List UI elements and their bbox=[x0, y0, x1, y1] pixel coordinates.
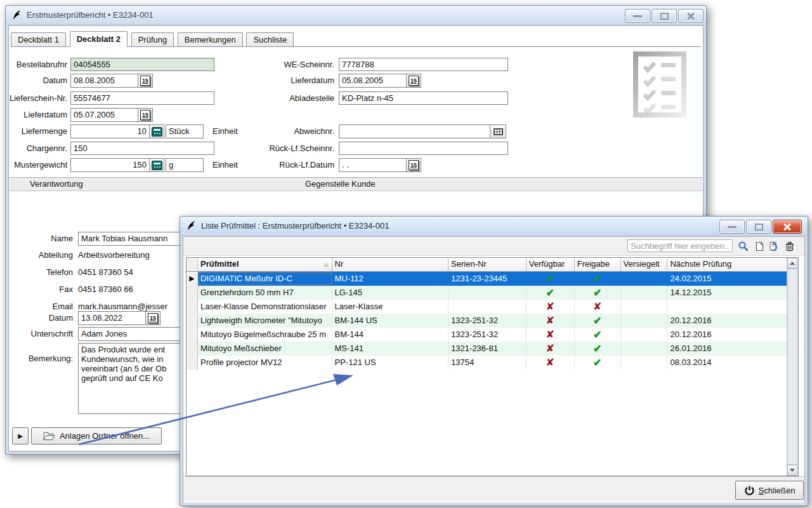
cell-freigabe[interactable]: ✔ bbox=[575, 272, 621, 286]
calendar-button[interactable]: 15 bbox=[406, 74, 421, 87]
column-header-6[interactable]: Versiegelt bbox=[621, 258, 668, 272]
cell-naechste-pruefung[interactable]: 20.12.2016 bbox=[667, 328, 787, 342]
cell-nr[interactable]: PP-121 US bbox=[332, 356, 449, 370]
tab-suchliste[interactable]: Suchliste bbox=[246, 32, 294, 46]
cell-pruefmittel[interactable]: Profile projector MV12 bbox=[198, 356, 332, 370]
tab-deckblatt-1[interactable]: Deckblatt 1 bbox=[11, 32, 66, 46]
lieferdatum-field[interactable]: 05.07.2005 15 bbox=[70, 108, 153, 122]
cell-pruefmittel[interactable]: Grenzlehrdorn 50 mm H7 bbox=[198, 286, 332, 300]
row-selector[interactable] bbox=[187, 342, 198, 356]
table-row[interactable]: Lightweigth Micrometer "MitutoyoBM-144 U… bbox=[187, 314, 787, 328]
abweichnr-field[interactable] bbox=[339, 124, 506, 138]
cell-nr[interactable]: BM-144 US bbox=[332, 314, 449, 328]
reload-list-icon[interactable] bbox=[767, 240, 780, 252]
tab-bemerkungen[interactable]: Bemerkungen bbox=[178, 32, 243, 46]
cell-versiegelt[interactable] bbox=[621, 342, 668, 356]
calculator-button[interactable] bbox=[149, 125, 164, 138]
cell-verfuegbar[interactable]: ✔ bbox=[527, 286, 575, 300]
minimize-button[interactable] bbox=[719, 220, 745, 234]
datum-field[interactable]: 08.08.2005 15 bbox=[70, 74, 153, 88]
table-row[interactable]: Mitutoyo MeßschieberMS-1411321-236-81✘✔2… bbox=[187, 342, 787, 356]
cell-freigabe[interactable]: ✔ bbox=[575, 356, 621, 370]
abladestelle-field[interactable]: KD-Platz n-45 bbox=[339, 91, 508, 105]
cell-versiegelt[interactable] bbox=[621, 286, 668, 300]
rueck-lf-scheinnr-field[interactable] bbox=[339, 142, 508, 155]
liefermenge-unit-field[interactable]: Stück bbox=[166, 124, 204, 138]
cell-naechste-pruefung[interactable]: 26.01.2016 bbox=[667, 342, 787, 356]
cell-pruefmittel[interactable]: Laser-Klasse Demonstrationslaser bbox=[198, 300, 332, 314]
column-header-7[interactable]: Nächste Prüfung bbox=[667, 258, 787, 272]
mustergewicht-unit-field[interactable]: g bbox=[166, 158, 204, 172]
cell-serien-nr[interactable]: 1323-251-32 bbox=[449, 314, 527, 328]
cell-serien-nr[interactable] bbox=[449, 300, 527, 314]
schliessen-button[interactable]: Schließen bbox=[735, 481, 804, 500]
cell-verfuegbar[interactable]: ✘ bbox=[527, 356, 575, 370]
cell-serien-nr[interactable]: 1323-251-32 bbox=[449, 328, 527, 342]
row-selector[interactable] bbox=[187, 300, 198, 314]
scroll-up-button[interactable] bbox=[787, 258, 797, 269]
cell-nr[interactable]: LG-145 bbox=[332, 286, 449, 300]
cell-serien-nr[interactable] bbox=[449, 286, 527, 300]
name-field[interactable]: Mark Tobias Hausmann bbox=[78, 232, 192, 246]
scrollbar-thumb[interactable] bbox=[787, 269, 797, 465]
cell-verfuegbar[interactable]: ✘ bbox=[527, 342, 575, 356]
new-record-icon[interactable] bbox=[753, 240, 766, 252]
cell-naechste-pruefung[interactable]: 24.02.2015 bbox=[667, 272, 787, 286]
table-row[interactable]: Grenzlehrdorn 50 mm H7LG-145✔✔14.12.2015 bbox=[187, 286, 787, 300]
cell-serien-nr[interactable]: 1321-236-81 bbox=[449, 342, 527, 356]
lieferschein-nr-field[interactable]: 55574677 bbox=[70, 91, 214, 105]
column-header-2[interactable]: Nr bbox=[332, 258, 449, 272]
bemerkung-field[interactable]: Das Produkt wurde ent Kundenwunsch, wie … bbox=[78, 343, 192, 414]
calendar-button[interactable]: 15 bbox=[406, 159, 421, 171]
cell-verfuegbar[interactable]: ✘ bbox=[527, 328, 575, 342]
contact-datum-field[interactable]: 13.08.2022 15 bbox=[78, 311, 160, 325]
rueck-lf-datum-field[interactable]: . . 15 bbox=[339, 158, 421, 172]
table-row[interactable]: Profile projector MV12PP-121 US13754✘✔08… bbox=[187, 356, 787, 370]
close-button[interactable] bbox=[678, 9, 704, 23]
cell-freigabe[interactable]: ✘ bbox=[575, 300, 621, 314]
vertical-scrollbar[interactable] bbox=[787, 258, 798, 476]
cell-verfuegbar[interactable]: ✔ bbox=[527, 272, 575, 286]
row-selector[interactable] bbox=[187, 356, 198, 370]
cell-pruefmittel[interactable]: DIGIMATIC Meßuhr ID-C bbox=[198, 272, 332, 286]
anlagen-ordner-button[interactable]: Anlagen Ordner öffnen... bbox=[31, 427, 162, 444]
calculator-button[interactable] bbox=[149, 159, 164, 171]
cell-nr[interactable]: Laser-Klasse bbox=[332, 300, 449, 314]
cell-verfuegbar[interactable]: ✘ bbox=[527, 300, 575, 314]
cell-versiegelt[interactable] bbox=[621, 314, 668, 328]
calendar-button[interactable]: 15 bbox=[138, 109, 152, 121]
cell-serien-nr[interactable]: 1231-23-23445 bbox=[449, 272, 527, 286]
cell-serien-nr[interactable]: 13754 bbox=[449, 356, 527, 370]
tab-pruefung[interactable]: Prüfung bbox=[131, 32, 174, 46]
mustergewicht-field[interactable]: 150 bbox=[70, 158, 164, 172]
lieferdatum2-field[interactable]: 05.08.2005 15 bbox=[339, 74, 421, 88]
cell-versiegelt[interactable] bbox=[621, 328, 668, 342]
cell-freigabe[interactable]: ✔ bbox=[575, 314, 621, 328]
search-icon[interactable] bbox=[737, 240, 749, 252]
row-selector[interactable]: ▶ bbox=[187, 272, 198, 286]
chargennr-field[interactable]: 150 bbox=[70, 142, 214, 155]
column-header-1[interactable]: Prüfmittel bbox=[198, 258, 332, 272]
row-selector[interactable] bbox=[187, 328, 198, 342]
close-button[interactable] bbox=[773, 220, 802, 234]
expand-panel-button[interactable]: ▶ bbox=[12, 427, 29, 444]
lookup-grid-button[interactable] bbox=[490, 125, 506, 138]
cell-versiegelt[interactable] bbox=[621, 356, 668, 370]
cell-naechste-pruefung[interactable]: 20.12.2016 bbox=[667, 314, 787, 328]
search-input[interactable] bbox=[627, 239, 733, 252]
main-window-titlebar[interactable]: Erstmusterprüfbericht • E3234-001 bbox=[6, 6, 706, 25]
cell-naechste-pruefung[interactable]: 14.12.2015 bbox=[667, 286, 787, 300]
column-header-5[interactable]: Freigabe bbox=[575, 258, 621, 272]
cell-nr[interactable]: MU-112 bbox=[332, 272, 449, 286]
cell-naechste-pruefung[interactable] bbox=[667, 300, 787, 314]
we-scheinnr-field[interactable]: 7778788 bbox=[339, 58, 508, 71]
calendar-button[interactable]: 15 bbox=[145, 312, 160, 324]
cell-freigabe[interactable]: ✔ bbox=[575, 342, 621, 356]
tab-deckblatt-2[interactable]: Deckblatt 2 bbox=[70, 31, 128, 47]
calendar-button[interactable]: 15 bbox=[138, 74, 152, 87]
cell-versiegelt[interactable] bbox=[621, 272, 668, 286]
table-row[interactable]: Laser-Klasse DemonstrationslaserLaser-Kl… bbox=[187, 300, 787, 314]
liefermenge-field[interactable]: 10 bbox=[70, 124, 164, 138]
minimize-button[interactable] bbox=[625, 9, 650, 23]
delete-icon[interactable] bbox=[783, 240, 796, 252]
